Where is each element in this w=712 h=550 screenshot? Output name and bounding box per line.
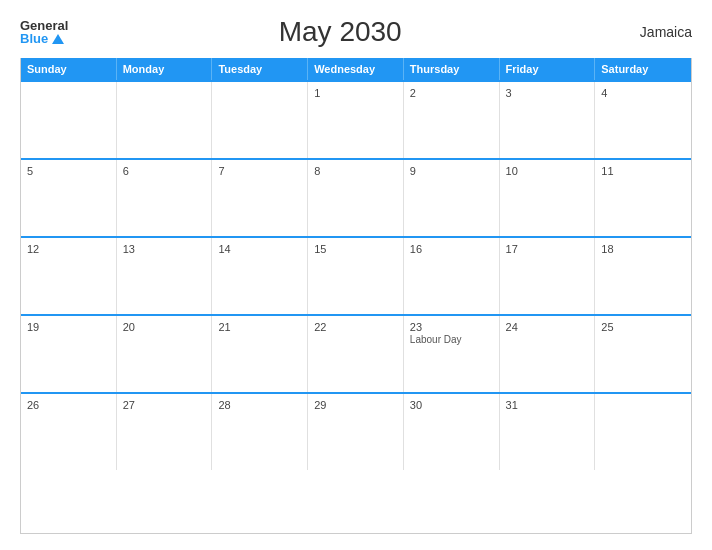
calendar-cell <box>117 82 213 158</box>
cell-date: 8 <box>314 165 397 177</box>
cell-date: 20 <box>123 321 206 333</box>
cell-date: 29 <box>314 399 397 411</box>
calendar-cell: 30 <box>404 394 500 470</box>
calendar-cell: 25 <box>595 316 691 392</box>
cell-date: 14 <box>218 243 301 255</box>
calendar-cell: 21 <box>212 316 308 392</box>
calendar-cell: 3 <box>500 82 596 158</box>
calendar-cell <box>212 82 308 158</box>
calendar-cell: 13 <box>117 238 213 314</box>
calendar-cell: 4 <box>595 82 691 158</box>
calendar-cell: 6 <box>117 160 213 236</box>
day-header-tuesday: Tuesday <box>212 58 308 80</box>
logo-blue-text: Blue <box>20 32 68 45</box>
week-row-2: 12131415161718 <box>21 236 691 314</box>
day-header-sunday: Sunday <box>21 58 117 80</box>
calendar-cell: 12 <box>21 238 117 314</box>
calendar-cell: 1 <box>308 82 404 158</box>
cell-date: 6 <box>123 165 206 177</box>
calendar-cell: 18 <box>595 238 691 314</box>
calendar-cell: 7 <box>212 160 308 236</box>
cell-date: 24 <box>506 321 589 333</box>
cell-date: 27 <box>123 399 206 411</box>
calendar-cell: 20 <box>117 316 213 392</box>
day-header-thursday: Thursday <box>404 58 500 80</box>
calendar-cell: 16 <box>404 238 500 314</box>
calendar-cell: 17 <box>500 238 596 314</box>
week-row-4: 262728293031 <box>21 392 691 470</box>
logo-triangle-icon <box>52 34 64 44</box>
cell-date: 17 <box>506 243 589 255</box>
calendar-cell: 19 <box>21 316 117 392</box>
logo: General Blue <box>20 19 68 45</box>
cell-date: 12 <box>27 243 110 255</box>
calendar-cell: 22 <box>308 316 404 392</box>
calendar-cell: 23Labour Day <box>404 316 500 392</box>
cell-date: 21 <box>218 321 301 333</box>
cell-date: 10 <box>506 165 589 177</box>
page: General Blue May 2030 Jamaica SundayMond… <box>0 0 712 550</box>
day-header-saturday: Saturday <box>595 58 691 80</box>
week-row-1: 567891011 <box>21 158 691 236</box>
day-header-wednesday: Wednesday <box>308 58 404 80</box>
cell-date: 1 <box>314 87 397 99</box>
cell-date: 9 <box>410 165 493 177</box>
calendar-title: May 2030 <box>279 16 402 48</box>
calendar-cell: 28 <box>212 394 308 470</box>
cell-event: Labour Day <box>410 334 462 345</box>
cell-date: 26 <box>27 399 110 411</box>
week-row-3: 1920212223Labour Day2425 <box>21 314 691 392</box>
calendar-cell: 2 <box>404 82 500 158</box>
calendar-cell: 15 <box>308 238 404 314</box>
calendar-cell: 5 <box>21 160 117 236</box>
calendar: SundayMondayTuesdayWednesdayThursdayFrid… <box>20 58 692 534</box>
cell-date: 31 <box>506 399 589 411</box>
cell-date: 2 <box>410 87 493 99</box>
calendar-cell: 27 <box>117 394 213 470</box>
cell-date: 25 <box>601 321 685 333</box>
calendar-cell: 9 <box>404 160 500 236</box>
day-header-friday: Friday <box>500 58 596 80</box>
header: General Blue May 2030 Jamaica <box>20 16 692 48</box>
cell-date: 3 <box>506 87 589 99</box>
calendar-cell: 8 <box>308 160 404 236</box>
calendar-cell <box>595 394 691 470</box>
cell-date: 22 <box>314 321 397 333</box>
cell-date: 16 <box>410 243 493 255</box>
cell-date: 5 <box>27 165 110 177</box>
cell-date: 30 <box>410 399 493 411</box>
cell-date: 18 <box>601 243 685 255</box>
cell-date: 19 <box>27 321 110 333</box>
day-header-monday: Monday <box>117 58 213 80</box>
cell-date: 15 <box>314 243 397 255</box>
calendar-body: 1234567891011121314151617181920212223Lab… <box>21 80 691 470</box>
cell-date: 13 <box>123 243 206 255</box>
calendar-cell: 14 <box>212 238 308 314</box>
calendar-cell <box>21 82 117 158</box>
country-label: Jamaica <box>612 24 692 40</box>
calendar-cell: 29 <box>308 394 404 470</box>
calendar-cell: 11 <box>595 160 691 236</box>
calendar-cell: 26 <box>21 394 117 470</box>
cell-date: 28 <box>218 399 301 411</box>
calendar-cell: 10 <box>500 160 596 236</box>
cell-date: 4 <box>601 87 685 99</box>
cell-date: 7 <box>218 165 301 177</box>
cell-date: 11 <box>601 165 685 177</box>
calendar-header: SundayMondayTuesdayWednesdayThursdayFrid… <box>21 58 691 80</box>
cell-date: 23 <box>410 321 493 333</box>
calendar-cell: 24 <box>500 316 596 392</box>
week-row-0: 1234 <box>21 80 691 158</box>
calendar-cell: 31 <box>500 394 596 470</box>
